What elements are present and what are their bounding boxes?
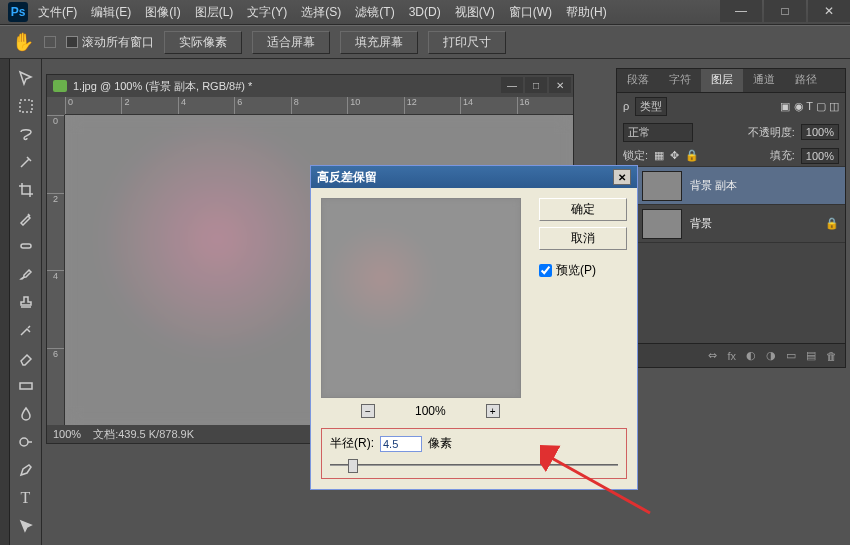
layer-name: 背景 副本 bbox=[690, 178, 737, 193]
tool-strip: T bbox=[10, 59, 42, 545]
eraser-tool[interactable] bbox=[14, 347, 38, 369]
cancel-button[interactable]: 取消 bbox=[539, 227, 627, 250]
zoom-out-button[interactable]: − bbox=[361, 404, 375, 418]
close-button[interactable]: ✕ bbox=[808, 0, 850, 22]
actual-pixels-button[interactable]: 实际像素 bbox=[164, 31, 242, 54]
maximize-button[interactable]: □ bbox=[764, 0, 806, 22]
link-layers-icon[interactable]: ⇔ bbox=[708, 349, 717, 362]
tab-layers[interactable]: 图层 bbox=[701, 69, 743, 92]
fill-label: 填充: bbox=[770, 148, 795, 163]
blend-row: 正常 不透明度: 100% bbox=[617, 119, 845, 145]
preview-check-input[interactable] bbox=[539, 264, 552, 277]
fill-value[interactable]: 100% bbox=[801, 148, 839, 164]
checkbox-icon bbox=[66, 36, 78, 48]
history-brush-tool[interactable] bbox=[14, 319, 38, 341]
kind-filter-dropdown[interactable]: 类型 bbox=[635, 97, 667, 116]
lock-all-icon[interactable]: 🔒 bbox=[685, 149, 699, 162]
lock-icon: 🔒 bbox=[825, 217, 839, 230]
high-pass-dialog: 高反差保留 ✕ − 100% + 确定 取消 预览(P) 半径(R): 像素 bbox=[310, 165, 638, 490]
blur-tool[interactable] bbox=[14, 403, 38, 425]
ruler-tick: 6 bbox=[47, 348, 64, 426]
ruler-tick: 6 bbox=[234, 97, 290, 114]
pen-tool[interactable] bbox=[14, 459, 38, 481]
menu-view[interactable]: 视图(V) bbox=[455, 4, 495, 21]
filter-preview[interactable] bbox=[321, 198, 521, 398]
ruler-tick: 12 bbox=[404, 97, 460, 114]
ruler-tick: 16 bbox=[517, 97, 573, 114]
menu-file[interactable]: 文件(F) bbox=[38, 4, 77, 21]
menu-window[interactable]: 窗口(W) bbox=[509, 4, 552, 21]
tab-paths[interactable]: 路径 bbox=[785, 69, 827, 92]
doc-close-button[interactable]: ✕ bbox=[549, 77, 571, 93]
fx-icon[interactable]: fx bbox=[727, 350, 736, 362]
crop-tool[interactable] bbox=[14, 179, 38, 201]
ruler-tick: 0 bbox=[47, 115, 64, 193]
group-icon[interactable]: ▭ bbox=[786, 349, 796, 362]
blend-mode-dropdown[interactable]: 正常 bbox=[623, 123, 693, 142]
magic-wand-tool[interactable] bbox=[14, 151, 38, 173]
doc-maximize-button[interactable]: □ bbox=[525, 77, 547, 93]
path-select-tool[interactable] bbox=[14, 515, 38, 537]
layer-name: 背景 bbox=[690, 216, 712, 231]
eyedropper-tool[interactable] bbox=[14, 207, 38, 229]
layer-thumb bbox=[642, 209, 682, 239]
stamp-tool[interactable] bbox=[14, 291, 38, 313]
radius-group: 半径(R): 像素 bbox=[321, 428, 627, 479]
lasso-tool[interactable] bbox=[14, 123, 38, 145]
dodge-tool[interactable] bbox=[14, 431, 38, 453]
svg-rect-1 bbox=[21, 244, 31, 248]
ruler-tick: 4 bbox=[47, 270, 64, 348]
menu-help[interactable]: 帮助(H) bbox=[566, 4, 607, 21]
gradient-tool[interactable] bbox=[14, 375, 38, 397]
doc-minimize-button[interactable]: — bbox=[501, 77, 523, 93]
tool-preset-dropdown[interactable] bbox=[44, 36, 56, 48]
scroll-all-label: 滚动所有窗口 bbox=[82, 34, 154, 51]
dialog-close-button[interactable]: ✕ bbox=[613, 169, 631, 185]
layer-item-background[interactable]: 👁 背景 🔒 bbox=[617, 205, 845, 243]
type-tool[interactable]: T bbox=[14, 487, 38, 509]
move-tool[interactable] bbox=[14, 67, 38, 89]
tab-paragraph[interactable]: 段落 bbox=[617, 69, 659, 92]
brush-tool[interactable] bbox=[14, 263, 38, 285]
menu-edit[interactable]: 编辑(E) bbox=[91, 4, 131, 21]
menu-filter[interactable]: 滤镜(T) bbox=[355, 4, 394, 21]
marquee-tool[interactable] bbox=[14, 95, 38, 117]
menu-3d[interactable]: 3D(D) bbox=[409, 5, 441, 19]
document-tab[interactable]: 1.jpg @ 100% (背景 副本, RGB/8#) * bbox=[47, 75, 573, 97]
healing-tool[interactable] bbox=[14, 235, 38, 257]
dialog-title: 高反差保留 bbox=[317, 169, 377, 186]
lock-pixels-icon[interactable]: ▦ bbox=[654, 149, 664, 162]
slider-thumb[interactable] bbox=[348, 459, 358, 473]
opacity-value[interactable]: 100% bbox=[801, 124, 839, 140]
radius-input[interactable] bbox=[380, 436, 422, 452]
print-size-button[interactable]: 打印尺寸 bbox=[428, 31, 506, 54]
ruler-tick: 4 bbox=[178, 97, 234, 114]
delete-icon[interactable]: 🗑 bbox=[826, 350, 837, 362]
tab-character[interactable]: 字符 bbox=[659, 69, 701, 92]
radius-slider[interactable] bbox=[330, 458, 618, 472]
dialog-titlebar[interactable]: 高反差保留 ✕ bbox=[311, 166, 637, 188]
new-layer-icon[interactable]: ▤ bbox=[806, 349, 816, 362]
lock-position-icon[interactable]: ✥ bbox=[670, 149, 679, 162]
mask-icon[interactable]: ◐ bbox=[746, 349, 756, 362]
preview-checkbox[interactable]: 预览(P) bbox=[539, 262, 627, 279]
ruler-tick: 0 bbox=[65, 97, 121, 114]
minimize-button[interactable]: — bbox=[720, 0, 762, 22]
menu-image[interactable]: 图像(I) bbox=[145, 4, 180, 21]
menu-type[interactable]: 文字(Y) bbox=[247, 4, 287, 21]
layers-panel-footer: ⇔ fx ◐ ◑ ▭ ▤ 🗑 bbox=[617, 343, 845, 367]
zoom-in-button[interactable]: + bbox=[486, 404, 500, 418]
ruler-tick: 8 bbox=[291, 97, 347, 114]
tab-channels[interactable]: 通道 bbox=[743, 69, 785, 92]
layer-filter-row: ρ 类型 ▣ ◉ T ▢ ◫ bbox=[617, 93, 845, 119]
fit-screen-button[interactable]: 适合屏幕 bbox=[252, 31, 330, 54]
layers-list: 👁 背景 副本 👁 背景 🔒 bbox=[617, 167, 845, 343]
adjustment-icon[interactable]: ◑ bbox=[766, 349, 776, 362]
menu-layer[interactable]: 图层(L) bbox=[195, 4, 234, 21]
fill-screen-button[interactable]: 填充屏幕 bbox=[340, 31, 418, 54]
layer-item-copy[interactable]: 👁 背景 副本 bbox=[617, 167, 845, 205]
ok-button[interactable]: 确定 bbox=[539, 198, 627, 221]
zoom-level[interactable]: 100% bbox=[53, 428, 81, 440]
scroll-all-windows-checkbox[interactable]: 滚动所有窗口 bbox=[66, 34, 154, 51]
menu-select[interactable]: 选择(S) bbox=[301, 4, 341, 21]
